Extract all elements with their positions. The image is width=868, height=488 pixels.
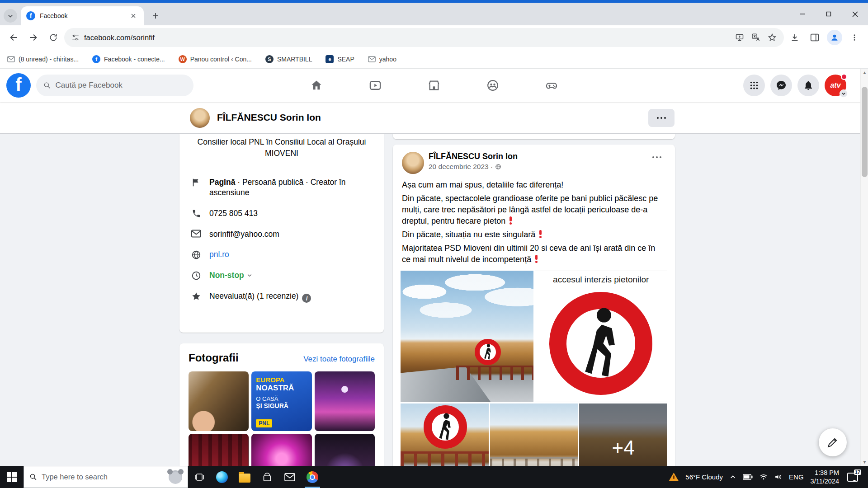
scrollbar-down-arrow[interactable]: ▼ xyxy=(861,458,868,466)
network-icon[interactable] xyxy=(760,474,768,480)
side-panel-button[interactable] xyxy=(806,28,824,47)
close-button[interactable] xyxy=(842,3,868,25)
post-photo[interactable] xyxy=(490,404,578,466)
volume-icon[interactable] xyxy=(774,474,782,480)
star-icon xyxy=(190,291,202,301)
tab-title: Facebook xyxy=(40,12,124,19)
bookmark-item[interactable]: f Facebook - conecte... xyxy=(92,55,165,63)
tab-list-chevron-button[interactable] xyxy=(4,9,17,23)
more-photos-overlay[interactable]: +4 xyxy=(579,404,667,466)
reload-button[interactable] xyxy=(44,28,62,47)
bookmark-item[interactable]: e SEAP xyxy=(326,55,354,63)
site-info-icon[interactable] xyxy=(71,33,80,42)
nav-marketplace-tab[interactable] xyxy=(405,69,463,102)
hours-text[interactable]: Non-stop xyxy=(209,270,252,281)
translate-icon[interactable] xyxy=(751,33,760,42)
post-more-options-button[interactable] xyxy=(648,152,666,163)
bookmark-label: Panou control ‹ Con... xyxy=(190,56,252,63)
page-scrollbar[interactable]: ▲ ▼ xyxy=(860,69,868,466)
forward-button[interactable] xyxy=(24,28,42,47)
info-icon[interactable]: i xyxy=(302,294,311,303)
mail-button[interactable] xyxy=(278,466,301,488)
weather-text[interactable]: 56°F Cloudy xyxy=(685,473,723,481)
microsoft-store-button[interactable] xyxy=(256,466,278,488)
bookmark-item[interactable]: W Panou control ‹ Con... xyxy=(179,55,252,63)
nav-groups-tab[interactable] xyxy=(463,69,522,102)
photo-thumbnail[interactable] xyxy=(315,371,375,431)
language-indicator[interactable]: ENG xyxy=(789,473,804,481)
bookmark-item[interactable]: yahoo xyxy=(368,56,396,63)
file-explorer-button[interactable] xyxy=(233,466,256,488)
bookmark-item[interactable]: S SMARTBILL xyxy=(265,55,312,63)
bookmark-item[interactable]: (8 unread) - chiritas... xyxy=(7,56,79,63)
hours-value[interactable]: Non-stop xyxy=(209,271,244,280)
photo-thumbnail[interactable] xyxy=(189,371,249,431)
photo-thumbnail[interactable] xyxy=(315,434,375,466)
see-all-photos-link[interactable]: Vezi toate fotografiile xyxy=(303,355,375,364)
show-desktop-button[interactable] xyxy=(866,466,868,488)
scrollbar-thumb[interactable] xyxy=(862,87,868,177)
browser-tab[interactable]: f Facebook xyxy=(21,6,144,25)
photo-thumbnail[interactable]: EUROPA NOASTRĂ O CASĂ ȘI SIGURĂ PNL xyxy=(251,371,311,431)
browser-menu-button[interactable] xyxy=(845,28,863,47)
page-more-options-button[interactable] xyxy=(648,109,675,127)
post-photo-sign-graphic[interactable]: accesul interzis pietonilor xyxy=(535,271,668,402)
downloads-button[interactable] xyxy=(786,28,804,47)
post-photo-more[interactable]: +4 xyxy=(579,404,667,466)
compose-button[interactable] xyxy=(819,428,847,456)
nav-gaming-tab[interactable] xyxy=(522,69,581,102)
no-pedestrians-sign-large xyxy=(549,292,652,395)
action-center-button[interactable]: 17 xyxy=(846,470,859,484)
taskbar-search[interactable] xyxy=(24,466,188,488)
menu-grid-button[interactable] xyxy=(743,75,765,96)
facebook-search[interactable] xyxy=(36,75,193,96)
chrome-button[interactable] xyxy=(301,466,324,488)
post-author-name[interactable]: FÎLFĂNESCU Sorin Ion xyxy=(429,152,518,161)
photos-grid: EUROPA NOASTRĂ O CASĂ ȘI SIGURĂ PNL xyxy=(189,371,375,466)
post-photo[interactable] xyxy=(401,404,489,466)
messenger-icon xyxy=(776,80,787,91)
facebook-logo[interactable]: f xyxy=(6,73,31,98)
new-tab-button[interactable] xyxy=(149,9,162,22)
address-bar[interactable]: facebook.com/sorinfif xyxy=(64,28,784,47)
battery-icon[interactable] xyxy=(743,474,753,480)
weather-alert-icon[interactable] xyxy=(669,473,679,481)
avatar-text: atv xyxy=(830,81,840,89)
start-button[interactable] xyxy=(0,466,24,488)
scrollbar-up-arrow[interactable]: ▲ xyxy=(861,69,868,76)
search-highlight-koala-image[interactable] xyxy=(169,470,182,484)
photo-thumbnail[interactable] xyxy=(189,434,249,466)
account-avatar[interactable]: atv xyxy=(825,75,846,96)
pencil-icon xyxy=(827,436,839,448)
nav-home-tab[interactable] xyxy=(287,69,346,102)
taskbar-search-input[interactable] xyxy=(42,473,164,481)
post-timestamp[interactable]: 20 decembrie 2023 · xyxy=(429,163,518,171)
browser-toolbar: facebook.com/sorinfif xyxy=(0,25,868,50)
website-link[interactable]: pnl.ro xyxy=(209,249,229,260)
url-text[interactable]: facebook.com/sorinfif xyxy=(84,33,155,42)
install-app-icon[interactable] xyxy=(735,33,744,42)
page-description: Consilier local PNL în Consiliul Local a… xyxy=(190,136,373,160)
notifications-button[interactable] xyxy=(797,75,819,96)
edge-button[interactable] xyxy=(211,466,233,488)
task-view-button[interactable] xyxy=(188,466,211,488)
back-button[interactable] xyxy=(5,28,23,47)
tab-close-icon[interactable] xyxy=(128,11,138,21)
post-photo-road[interactable] xyxy=(401,271,533,402)
photo-thumbnail[interactable] xyxy=(251,434,311,466)
hours-chevron-icon[interactable] xyxy=(247,271,252,280)
red-exclamation-icon xyxy=(538,230,542,238)
messenger-button[interactable] xyxy=(770,75,792,96)
browser-profile-button[interactable] xyxy=(826,28,844,47)
show-hidden-icons-button[interactable] xyxy=(730,474,736,480)
maximize-button[interactable] xyxy=(816,3,842,25)
post-author-avatar[interactable] xyxy=(402,152,424,174)
clock[interactable]: 1:38 PM 3/11/2024 xyxy=(811,469,839,486)
watch-icon xyxy=(369,79,382,92)
rating-row: Neevaluat(ă) (1 recenzie)i xyxy=(190,291,373,303)
nav-watch-tab[interactable] xyxy=(346,69,405,102)
bookmark-star-icon[interactable] xyxy=(768,33,777,42)
minimize-button[interactable] xyxy=(789,3,816,25)
search-input[interactable] xyxy=(55,81,186,90)
page-avatar[interactable] xyxy=(190,108,210,128)
